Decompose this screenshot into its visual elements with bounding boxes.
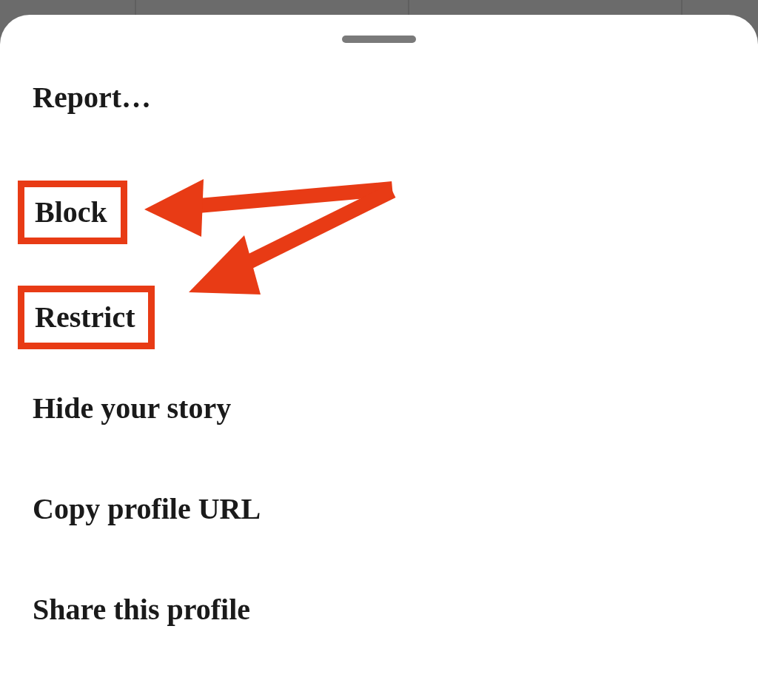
- menu-item-hide-story[interactable]: Hide your story: [33, 391, 231, 426]
- menu-item-copy-url[interactable]: Copy profile URL: [33, 491, 261, 527]
- background-divider: [135, 0, 136, 15]
- action-sheet: Report… Block Restrict Hide your story C…: [0, 15, 758, 700]
- menu-list: Report… Block Restrict Hide your story C…: [0, 80, 758, 693]
- menu-item-report[interactable]: Report…: [33, 80, 151, 115]
- annotation-box-restrict: Restrict: [18, 286, 155, 349]
- menu-item-share-profile[interactable]: Share this profile: [33, 592, 250, 627]
- annotation-box-block: Block: [18, 181, 127, 244]
- background-divider: [408, 0, 409, 15]
- menu-item-restrict[interactable]: Restrict: [35, 300, 135, 335]
- menu-item-block[interactable]: Block: [35, 195, 107, 230]
- sheet-grabber[interactable]: [342, 36, 416, 43]
- background-divider: [681, 0, 682, 15]
